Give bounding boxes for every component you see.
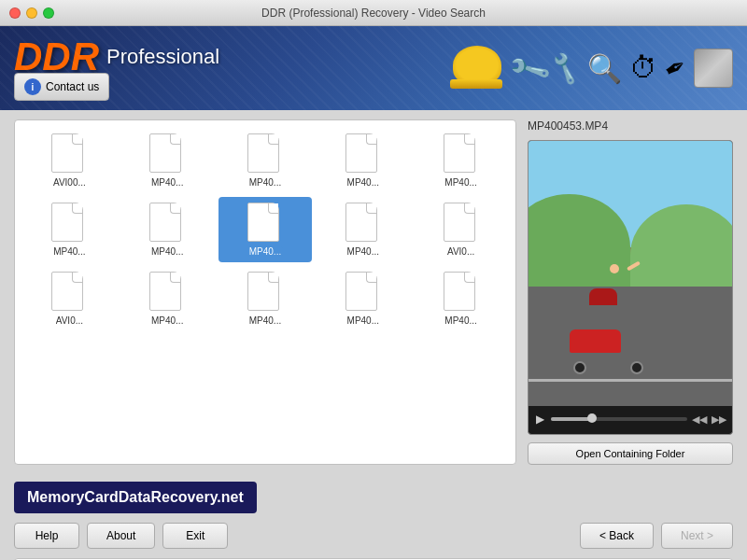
file-item[interactable]: MP40... bbox=[22, 197, 117, 262]
preview-image bbox=[529, 141, 732, 406]
about-button[interactable]: About bbox=[87, 523, 155, 549]
file-name: AVI0... bbox=[447, 246, 474, 257]
play-button[interactable]: ▶ bbox=[534, 413, 546, 426]
file-icon bbox=[149, 272, 185, 313]
file-icon-body bbox=[149, 272, 181, 311]
file-icon-body bbox=[444, 203, 475, 242]
file-item[interactable]: AVI0... bbox=[22, 266, 117, 331]
file-icon-body bbox=[149, 133, 181, 173]
file-item[interactable]: MP40... bbox=[316, 197, 410, 262]
file-item[interactable]: AVI00... bbox=[22, 128, 117, 193]
app-header: DDR Professional i Contact us 🔧 🔧 🔍 ⏱ ✒ bbox=[0, 26, 747, 110]
file-item[interactable]: MP40... bbox=[120, 128, 215, 193]
header-icons: 🔧 🔧 🔍 ⏱ ✒ bbox=[450, 44, 733, 92]
close-button[interactable] bbox=[9, 7, 21, 19]
progress-bar[interactable] bbox=[551, 417, 687, 421]
file-item[interactable]: MP40... bbox=[218, 266, 313, 331]
file-item[interactable]: MP40... bbox=[120, 266, 215, 331]
file-name: MP40... bbox=[249, 177, 281, 188]
preview-filename: MP400453.MP4 bbox=[528, 119, 733, 133]
tools-icon: 🔧 bbox=[506, 46, 553, 91]
file-icon-body bbox=[51, 133, 83, 173]
file-icon-body bbox=[247, 203, 279, 242]
file-icon-body bbox=[345, 272, 377, 311]
file-item[interactable]: MP40... bbox=[316, 128, 410, 193]
file-name: MP40... bbox=[347, 315, 379, 326]
window-title: DDR (Professional) Recovery - Video Sear… bbox=[261, 7, 486, 20]
file-icon-body bbox=[247, 133, 279, 173]
logo-ddr: DDR bbox=[14, 37, 99, 77]
file-name: MP40... bbox=[444, 315, 476, 326]
file-name: MP40... bbox=[53, 246, 85, 257]
helmet-icon bbox=[450, 44, 504, 92]
file-icon-body bbox=[345, 133, 377, 173]
file-icon-body bbox=[345, 203, 377, 242]
file-name: AVI0... bbox=[56, 315, 83, 326]
file-name: MP40... bbox=[151, 246, 183, 257]
car-wheel1 bbox=[573, 361, 586, 374]
car-top bbox=[589, 288, 617, 305]
next-button[interactable]: Next > bbox=[661, 523, 733, 549]
maximize-button[interactable] bbox=[43, 7, 54, 19]
file-item[interactable]: MP40... bbox=[316, 266, 410, 331]
file-name: MP40... bbox=[247, 246, 283, 257]
hill1 bbox=[529, 194, 630, 301]
brand-label: MemoryCardDataRecovery.net bbox=[14, 482, 257, 513]
file-name: MP40... bbox=[249, 315, 281, 326]
main-content: AVI00...MP40...MP40...MP40...MP40...MP40… bbox=[0, 110, 747, 474]
file-icon-body bbox=[247, 272, 279, 311]
contact-icon: i bbox=[24, 78, 41, 95]
button-row: Help About Exit < Back Next > bbox=[14, 523, 733, 549]
progress-fill bbox=[551, 417, 592, 421]
file-item[interactable]: MP40... bbox=[218, 197, 313, 262]
window-controls bbox=[9, 7, 54, 19]
file-icon bbox=[149, 133, 185, 175]
file-icon-body bbox=[51, 203, 83, 242]
file-name: MP40... bbox=[444, 177, 476, 188]
file-icon bbox=[444, 133, 479, 175]
file-icon bbox=[345, 272, 381, 313]
file-icon bbox=[247, 133, 283, 175]
file-item[interactable]: MP40... bbox=[120, 197, 215, 262]
file-icon-body bbox=[51, 272, 83, 311]
open-folder-button[interactable]: Open Containing Folder bbox=[528, 442, 733, 465]
road-line bbox=[529, 379, 732, 382]
file-icon-body bbox=[444, 133, 475, 173]
preview-panel: MP400453.MP4 ▶ bbox=[528, 119, 733, 465]
pen-icon: ✒ bbox=[658, 49, 692, 87]
file-grid-container[interactable]: AVI00...MP40...MP40...MP40...MP40...MP40… bbox=[14, 119, 516, 465]
contact-button[interactable]: i Contact us bbox=[14, 73, 109, 101]
video-controls[interactable]: ▶ ◀◀ ▶▶ bbox=[529, 406, 732, 432]
screwdriver-icon: 🔧 bbox=[546, 49, 585, 87]
file-icon bbox=[149, 203, 185, 244]
file-item[interactable]: MP40... bbox=[218, 128, 313, 193]
file-name: MP40... bbox=[151, 177, 183, 188]
file-name: MP40... bbox=[347, 246, 379, 257]
road bbox=[529, 287, 732, 406]
file-icon-body bbox=[149, 203, 181, 242]
car-wheel2 bbox=[630, 361, 643, 374]
file-icon bbox=[247, 272, 283, 313]
progress-dot bbox=[587, 413, 597, 423]
file-name: AVI00... bbox=[53, 177, 86, 188]
file-item[interactable]: AVI0... bbox=[414, 197, 508, 262]
titlebar: DDR (Professional) Recovery - Video Sear… bbox=[0, 0, 747, 26]
file-item[interactable]: MP40... bbox=[414, 128, 508, 193]
file-icon bbox=[444, 203, 479, 244]
file-item[interactable]: MP40... bbox=[414, 266, 508, 331]
disk-icon bbox=[694, 49, 733, 88]
file-icon-body bbox=[444, 272, 475, 311]
car-body bbox=[570, 329, 621, 353]
file-icon bbox=[247, 203, 283, 244]
back-button[interactable]: < Back bbox=[580, 523, 654, 549]
bottom-section: MemoryCardDataRecovery.net Help About Ex… bbox=[0, 474, 747, 560]
minimize-button[interactable] bbox=[26, 7, 37, 19]
exit-button[interactable]: Exit bbox=[162, 523, 228, 549]
file-grid: AVI00...MP40...MP40...MP40...MP40...MP40… bbox=[22, 128, 508, 331]
file-name: MP40... bbox=[347, 177, 379, 188]
file-icon bbox=[51, 272, 87, 313]
help-button[interactable]: Help bbox=[14, 523, 79, 549]
rewind-icon: ◀◀ bbox=[692, 413, 707, 426]
file-name: MP40... bbox=[151, 315, 183, 326]
preview-box: ▶ ◀◀ ▶▶ bbox=[528, 140, 733, 435]
